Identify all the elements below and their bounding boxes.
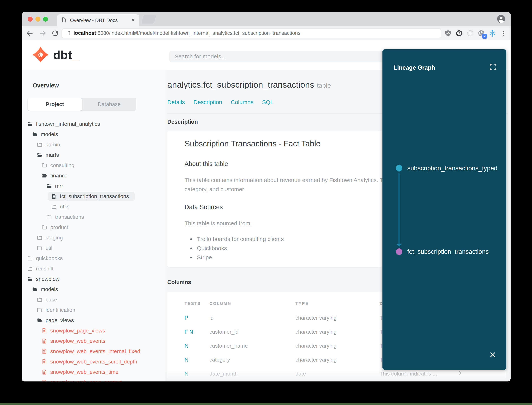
folder-open-icon xyxy=(37,152,42,158)
power-extension-icon[interactable]: x xyxy=(478,29,485,37)
new-tab-button[interactable] xyxy=(141,15,157,24)
source-item: Stripe xyxy=(190,253,284,262)
url-path: :8080/index.html#!/model/model.fishtown_… xyxy=(96,30,301,36)
type-cell: character varying xyxy=(296,343,336,349)
nav-link-columns[interactable]: Columns xyxy=(231,99,253,105)
column-cell: customer_name xyxy=(209,343,248,349)
expand-icon[interactable] xyxy=(489,63,497,71)
tree-item-snowplow_page_views[interactable]: snowplow_page_views xyxy=(22,326,165,336)
tab-project[interactable]: Project xyxy=(28,98,82,111)
tree-item-fishtown_internal_analytics[interactable]: fishtown_internal_analytics xyxy=(22,119,165,129)
file-tree: fishtown_internal_analyticsmodelsadminma… xyxy=(22,119,165,381)
tree-item-models[interactable]: models xyxy=(22,129,165,140)
page-title-suffix: table xyxy=(317,82,331,89)
tree-item-product[interactable]: product xyxy=(22,222,165,233)
browser-window: Overview - DBT Docs localhost :8080/inde… xyxy=(22,12,511,381)
tree-item-transactions[interactable]: transactions xyxy=(22,212,165,222)
doc-heading: Subscription Transactions - Fact Table xyxy=(184,139,321,148)
file-icon xyxy=(51,194,57,199)
folder-closed-icon xyxy=(51,204,57,209)
nav-link-description[interactable]: Description xyxy=(194,99,222,105)
zoom-window-button[interactable] xyxy=(43,17,48,22)
file-icon xyxy=(41,379,47,381)
profile-avatar[interactable] xyxy=(497,14,506,23)
about-heading: About this table xyxy=(184,160,228,168)
tab-strip: Overview - DBT Docs xyxy=(22,12,511,26)
folder-closed-icon xyxy=(27,266,33,272)
close-window-button[interactable] xyxy=(28,17,33,22)
page-icon xyxy=(66,30,71,36)
search-input[interactable] xyxy=(169,51,395,62)
browser-tab[interactable]: Overview - DBT Docs xyxy=(57,14,139,26)
tree-item-redshift[interactable]: redshift xyxy=(22,263,165,274)
tab-close-icon[interactable] xyxy=(131,18,135,23)
nav-link-sql[interactable]: SQL xyxy=(262,99,273,105)
tree-item-mrr[interactable]: mrr xyxy=(22,181,165,191)
tree-item-page_views[interactable]: page_views xyxy=(22,315,165,326)
back-button[interactable] xyxy=(26,29,34,38)
page-title: analytics.fct_subscription_transactionst… xyxy=(167,80,331,90)
forward-button[interactable] xyxy=(38,29,47,38)
folder-closed-icon xyxy=(37,297,42,303)
bottom-fade xyxy=(165,369,511,381)
header-type: TYPE xyxy=(296,301,309,306)
ublock-extension-icon[interactable]: uO xyxy=(444,29,452,37)
browser-menu-icon[interactable] xyxy=(500,29,507,37)
lineage-edge xyxy=(399,173,400,244)
file-icon xyxy=(41,369,47,375)
node-dot xyxy=(396,165,402,171)
folder-open-icon xyxy=(46,183,52,189)
onepassword-extension-icon[interactable] xyxy=(455,29,463,37)
tab-database[interactable]: Database xyxy=(82,98,136,111)
tree-item-snowplow_web_events_time[interactable]: snowplow_web_events_time xyxy=(22,367,165,377)
tree-item-base[interactable]: base xyxy=(22,295,165,305)
tree-item-finance[interactable]: finance xyxy=(22,170,165,181)
tree-item-marts[interactable]: marts xyxy=(22,150,165,160)
url-bar[interactable]: localhost :8080/index.html#!/model/model… xyxy=(62,28,441,38)
folder-closed-icon xyxy=(46,214,52,220)
folder-closed-icon xyxy=(37,245,42,251)
dbt-logo[interactable]: dbt_ xyxy=(32,46,79,63)
type-cell: character varying xyxy=(296,357,336,363)
onetab-extension-icon[interactable] xyxy=(466,29,474,37)
close-icon[interactable] xyxy=(489,351,496,359)
nav-link-details[interactable]: Details xyxy=(167,99,185,105)
source-item: Trello boards for consulting clients xyxy=(190,235,284,244)
lineage-node-fct_subscription_transactions[interactable]: fct_subscription_transactions xyxy=(396,248,489,255)
folder-closed-icon xyxy=(37,235,42,241)
refresh-button[interactable] xyxy=(51,29,59,38)
tree-item-snowplow_web_page_context[interactable]: snowplow_web_page_context xyxy=(22,377,165,381)
sources-heading: Data Sources xyxy=(184,203,223,211)
tree-item-snowplow_web_events_internal_fixed[interactable]: snowplow_web_events_internal_fixed xyxy=(22,346,165,357)
tree-item-fct_subscription_transactions[interactable]: fct_subscription_transactions xyxy=(22,191,165,202)
tree-item-staging[interactable]: staging xyxy=(22,233,165,243)
tests-cell: N xyxy=(184,343,188,349)
snowflake-extension-icon[interactable] xyxy=(489,29,496,37)
tree-item-identification[interactable]: identification xyxy=(22,305,165,315)
page-favicon-icon xyxy=(61,17,66,23)
tree-item-admin[interactable]: admin xyxy=(22,140,165,150)
tree-item-util[interactable]: util xyxy=(22,243,165,253)
tree-item-consulting[interactable]: consulting xyxy=(22,160,165,170)
tree-item-utils[interactable]: utils xyxy=(22,202,165,212)
file-icon xyxy=(41,359,47,364)
tests-cell: P xyxy=(184,315,188,321)
folder-closed-icon xyxy=(37,142,42,148)
minimize-window-button[interactable] xyxy=(35,17,40,22)
tree-item-quickbooks[interactable]: quickbooks xyxy=(22,253,165,263)
tree-item-snowplow_web_events_scroll_depth[interactable]: snowplow_web_events_scroll_depth xyxy=(22,357,165,367)
url-host: localhost xyxy=(73,30,96,36)
lineage-graph-panel: Lineage Graph subscription_transactions_… xyxy=(382,49,506,370)
folder-closed-icon xyxy=(37,307,42,313)
desktop-wallpaper-strip xyxy=(0,403,532,405)
tab-title: Overview - DBT Docs xyxy=(70,17,131,23)
tree-item-models[interactable]: models xyxy=(22,284,165,295)
columns-section-label: Columns xyxy=(167,279,191,285)
header-column: COLUMN xyxy=(209,301,231,306)
lineage-node-subscription_transactions_typed[interactable]: subscription_transactions_typed xyxy=(396,165,497,172)
project-database-toggle: Project Database xyxy=(28,98,136,111)
tree-item-snowplow[interactable]: snowplow xyxy=(22,274,165,284)
sidebar-title: Overview xyxy=(33,82,59,89)
tree-item-snowplow_web_events[interactable]: snowplow_web_events xyxy=(22,336,165,346)
column-cell: id xyxy=(209,315,214,321)
